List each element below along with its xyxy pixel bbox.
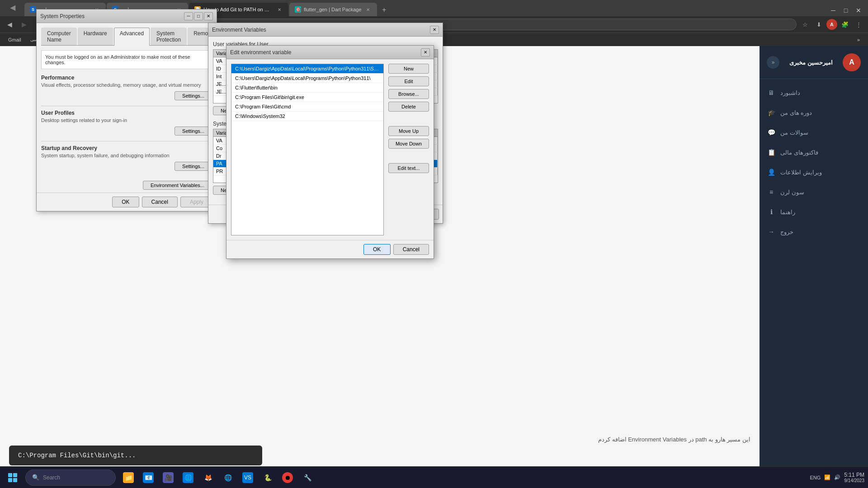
logout-icon: → [767,227,776,236]
edit-path-button[interactable]: Edit [388,76,429,86]
new-path-button[interactable]: New [388,64,429,74]
path-item-1[interactable]: C:\Users\Dargiz\AppData\Local\Programs\P… [231,64,383,74]
performance-settings-button[interactable]: Settings... [175,91,212,100]
tab-3-close[interactable]: ✕ [276,6,283,13]
sidebar-item-questions-label: سوالات من [780,129,808,136]
move-up-button[interactable]: Move Up [388,126,429,136]
sidebar-item-guide[interactable]: راهنما ℹ [760,202,868,222]
sidebar-item-courses[interactable]: دوره های من 🎓 [760,103,868,122]
back-button[interactable]: ◀ [4,19,15,30]
taskbar-python[interactable]: 🐍 [259,469,277,487]
tab-hardware[interactable]: Hardware [78,28,113,45]
sidebar-username: امیرحسین مخبری [789,59,833,66]
path-item-4[interactable]: C:\Program Files\Git\bin\git.exe [231,93,383,102]
bookmark-icon[interactable]: ☆ [799,19,811,30]
startup-settings-button[interactable]: Settings... [175,162,212,171]
taskbar-file-explorer[interactable]: 📁 [119,469,137,487]
env-vars-close[interactable]: ✕ [430,26,439,34]
sidebar-item-dashboard[interactable]: داشبورد 🖥 [760,83,868,103]
user-profiles-title: User Profiles [41,110,212,116]
maximize-button[interactable]: □ [840,5,852,16]
path-item-2[interactable]: C:\Users\Dargiz\AppData\Local\Programs\P… [231,74,383,83]
minimize-button[interactable]: ─ [827,5,839,16]
sidebar-expand-button[interactable]: » [767,56,779,69]
taskbar-teams[interactable]: 🎥 [159,469,177,487]
sidebar-item-invoices[interactable]: فاکتورهای مالی 📋 [760,142,868,162]
browse-path-button[interactable]: Browse... [388,89,429,99]
edit-text-button[interactable]: Edit text... [388,163,429,173]
invoices-icon: 📋 [767,148,776,157]
path-item-5[interactable]: C:\Program Files\Git\cmd [231,102,383,112]
sys-props-ok-button[interactable]: OK [112,197,139,207]
sidebar-item-guide-label: راهنما [780,209,795,216]
search-placeholder: Search [43,474,60,481]
close-button[interactable]: ✕ [853,5,864,16]
bookmark-gmail[interactable]: Gmail [5,36,25,43]
sidebar-item-sonlearn[interactable]: سون لرن ≡ [760,182,868,202]
code-block: C:\Program Files\Git\bin\git... [9,446,262,465]
new-tab-button[interactable]: + [378,4,391,16]
edit-env-cancel-button[interactable]: Cancel [393,244,429,255]
edit-env-titlebar: Edit environment variable ✕ [226,46,434,59]
edit-env-content: C:\Users\Dargiz\AppData\Local\Programs\P… [226,59,434,240]
browser-back-icon: ◀ [4,0,22,16]
path-item-6[interactable]: C:\Windows\System32 [231,112,383,121]
media-icon: ⏺ [282,472,293,483]
sidebar-header: » امیرحسین مخبری A [760,46,868,79]
network-icon: 📶 [824,474,830,480]
taskbar-chrome[interactable]: 🌐 [219,469,237,487]
taskbar-edge[interactable]: 🌐 [179,469,197,487]
sys-props-close[interactable]: ✕ [204,12,213,20]
mail-icon: 📧 [143,472,154,483]
sidebar-item-logout[interactable]: خروج → [760,222,868,242]
file-explorer-icon: 📁 [123,472,134,483]
system-properties-footer: OK Cancel Apply [37,192,217,211]
forward-button[interactable]: ▶ [18,19,30,30]
performance-title: Performance [41,75,212,81]
system-properties-window: System Properties ─ □ ✕ Computer Name Ha… [36,9,217,211]
download-icon[interactable]: ⬇ [813,19,825,30]
move-down-button[interactable]: Move Down [388,139,429,149]
edit-env-ok-button[interactable]: OK [363,244,391,255]
taskbar: 🔍 Search 📁 📧 🎥 🌐 🦊 🌐 VS 🐍 ⏺ [0,466,868,488]
taskbar-search[interactable]: 🔍 Search [25,469,116,486]
menu-icon[interactable]: ⋮ [853,19,864,30]
taskbar-media[interactable]: ⏺ [278,469,297,487]
environment-variables-button[interactable]: Environment Variables... [143,181,212,190]
performance-desc: Visual effects, processor scheduling, me… [41,82,212,88]
sys-props-maximize[interactable]: □ [194,12,203,20]
path-item-3[interactable]: C:\Flutter\flutter\bin [231,83,383,93]
taskbar-mail[interactable]: 📧 [139,469,157,487]
delete-path-button[interactable]: Delete [388,102,429,112]
lang-indicator: ENG [810,475,821,480]
sidebar-nav: داشبورد 🖥 دوره های من 🎓 سوالات من 💬 فاکت… [760,79,868,488]
sys-props-cancel-button[interactable]: Cancel [142,197,178,207]
sys-props-minimize[interactable]: ─ [184,12,193,20]
sidebar-item-profile[interactable]: ویرایش اطلاعات 👤 [760,162,868,182]
sidebar-item-questions[interactable]: سوالات من 💬 [760,122,868,142]
taskbar-tool[interactable]: 🔧 [298,469,316,487]
edit-env-footer: OK Cancel [226,240,434,258]
time-display: 5:11 PM [844,472,864,478]
python-icon: 🐍 [262,472,273,483]
extensions-icon[interactable]: 🧩 [839,19,851,30]
bookmark-expand[interactable]: » [854,36,863,43]
tab-system-protection[interactable]: System Protection [151,28,187,45]
tab-4-close[interactable]: ✕ [364,6,372,13]
sidebar-item-sonlearn-label: سون لرن [780,189,804,196]
path-list[interactable]: C:\Users\Dargiz\AppData\Local\Programs\P… [231,64,384,235]
browser-actions: ☆ ⬇ A 🧩 ⋮ [799,19,864,30]
edge-icon: 🌐 [183,472,193,483]
tab-computer-name[interactable]: Computer Name [41,28,77,45]
taskbar-vscode[interactable]: VS [239,469,257,487]
tab-4[interactable]: 🎯 flutter_gen | Dart Package ✕ [289,3,377,16]
edit-env-title: Edit environment variable [230,49,420,56]
edit-env-close[interactable]: ✕ [421,48,430,56]
start-button[interactable] [4,469,22,487]
tab-advanced[interactable]: Advanced [114,28,150,46]
user-profiles-settings-button[interactable]: Settings... [175,127,212,136]
taskbar-firefox[interactable]: 🦊 [199,469,217,487]
profile-icon[interactable]: A [826,19,837,30]
teams-icon: 🎥 [163,472,174,483]
profile-edit-icon: 👤 [767,168,776,177]
